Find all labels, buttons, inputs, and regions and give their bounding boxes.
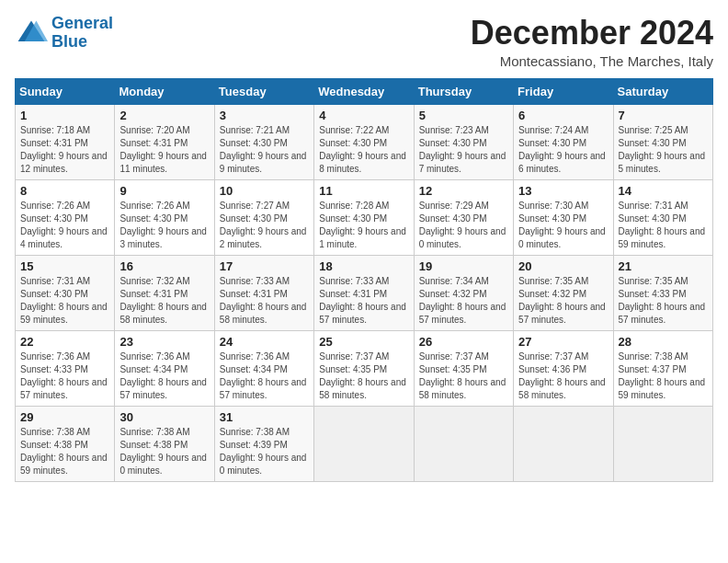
calendar-cell <box>613 406 712 481</box>
day-info: Sunrise: 7:18 AM Sunset: 4:31 PM Dayligh… <box>20 124 109 176</box>
calendar-cell: 11 Sunrise: 7:28 AM Sunset: 4:30 PM Dayl… <box>314 179 414 255</box>
calendar-week-row: 8 Sunrise: 7:26 AM Sunset: 4:30 PM Dayli… <box>16 179 713 255</box>
logo-text: General Blue <box>51 15 113 52</box>
day-info: Sunrise: 7:38 AM Sunset: 4:38 PM Dayligh… <box>119 426 209 477</box>
day-info: Sunrise: 7:27 AM Sunset: 4:30 PM Dayligh… <box>220 200 309 251</box>
calendar-header-row: SundayMondayTuesdayWednesdayThursdayFrid… <box>16 78 713 104</box>
calendar-cell: 27 Sunrise: 7:37 AM Sunset: 4:36 PM Dayl… <box>514 330 613 406</box>
day-number: 26 <box>419 335 508 349</box>
day-info: Sunrise: 7:38 AM Sunset: 4:37 PM Dayligh… <box>619 350 708 402</box>
day-info: Sunrise: 7:24 AM Sunset: 4:30 PM Dayligh… <box>518 124 608 176</box>
day-number: 30 <box>119 410 209 424</box>
header-sunday: Sunday <box>16 78 115 104</box>
day-number: 7 <box>619 109 708 122</box>
calendar-cell: 5 Sunrise: 7:23 AM Sunset: 4:30 PM Dayli… <box>414 104 513 179</box>
day-info: Sunrise: 7:33 AM Sunset: 4:31 PM Dayligh… <box>220 275 309 327</box>
day-number: 15 <box>20 259 109 273</box>
day-number: 16 <box>119 259 209 273</box>
day-info: Sunrise: 7:38 AM Sunset: 4:38 PM Dayligh… <box>20 426 109 477</box>
calendar-cell: 19 Sunrise: 7:34 AM Sunset: 4:32 PM Dayl… <box>414 255 513 330</box>
logo-line1: General <box>51 14 113 32</box>
title-block: December 2024 Montecassiano, The Marches… <box>471 15 713 69</box>
day-info: Sunrise: 7:20 AM Sunset: 4:31 PM Dayligh… <box>119 124 209 176</box>
calendar-cell: 20 Sunrise: 7:35 AM Sunset: 4:32 PM Dayl… <box>514 255 613 330</box>
day-number: 4 <box>319 109 408 122</box>
day-info: Sunrise: 7:36 AM Sunset: 4:34 PM Dayligh… <box>119 350 209 402</box>
day-info: Sunrise: 7:37 AM Sunset: 4:36 PM Dayligh… <box>518 350 608 402</box>
header-saturday: Saturday <box>613 78 712 104</box>
day-number: 25 <box>319 335 408 349</box>
calendar-cell: 16 Sunrise: 7:32 AM Sunset: 4:31 PM Dayl… <box>115 255 214 330</box>
calendar-week-row: 1 Sunrise: 7:18 AM Sunset: 4:31 PM Dayli… <box>16 104 713 179</box>
header-thursday: Thursday <box>414 78 513 104</box>
calendar-cell: 13 Sunrise: 7:30 AM Sunset: 4:30 PM Dayl… <box>514 179 613 255</box>
day-number: 18 <box>319 259 408 273</box>
day-info: Sunrise: 7:34 AM Sunset: 4:32 PM Dayligh… <box>419 275 508 327</box>
day-number: 31 <box>220 410 309 424</box>
day-info: Sunrise: 7:26 AM Sunset: 4:30 PM Dayligh… <box>119 200 209 251</box>
day-number: 23 <box>119 335 209 349</box>
day-number: 14 <box>619 184 708 198</box>
day-info: Sunrise: 7:28 AM Sunset: 4:30 PM Dayligh… <box>319 200 408 251</box>
day-info: Sunrise: 7:31 AM Sunset: 4:30 PM Dayligh… <box>20 275 109 327</box>
day-info: Sunrise: 7:36 AM Sunset: 4:33 PM Dayligh… <box>20 350 109 402</box>
day-number: 10 <box>220 184 309 198</box>
calendar-cell <box>314 406 414 481</box>
calendar-cell: 26 Sunrise: 7:37 AM Sunset: 4:35 PM Dayl… <box>414 330 513 406</box>
calendar-cell: 30 Sunrise: 7:38 AM Sunset: 4:38 PM Dayl… <box>115 406 214 481</box>
calendar-cell: 2 Sunrise: 7:20 AM Sunset: 4:31 PM Dayli… <box>115 104 214 179</box>
day-number: 11 <box>319 184 408 198</box>
calendar-cell: 9 Sunrise: 7:26 AM Sunset: 4:30 PM Dayli… <box>115 179 214 255</box>
day-number: 8 <box>20 184 109 198</box>
calendar-cell: 28 Sunrise: 7:38 AM Sunset: 4:37 PM Dayl… <box>613 330 712 406</box>
calendar-cell: 17 Sunrise: 7:33 AM Sunset: 4:31 PM Dayl… <box>214 255 313 330</box>
calendar-table: SundayMondayTuesdayWednesdayThursdayFrid… <box>15 78 713 482</box>
day-number: 19 <box>419 259 508 273</box>
day-info: Sunrise: 7:32 AM Sunset: 4:31 PM Dayligh… <box>119 275 209 327</box>
day-info: Sunrise: 7:26 AM Sunset: 4:30 PM Dayligh… <box>20 200 109 251</box>
header-monday: Monday <box>115 78 214 104</box>
day-number: 12 <box>419 184 508 198</box>
calendar-cell: 3 Sunrise: 7:21 AM Sunset: 4:30 PM Dayli… <box>214 104 313 179</box>
day-info: Sunrise: 7:33 AM Sunset: 4:31 PM Dayligh… <box>319 275 408 327</box>
day-info: Sunrise: 7:22 AM Sunset: 4:30 PM Dayligh… <box>319 124 408 176</box>
calendar-cell: 21 Sunrise: 7:35 AM Sunset: 4:33 PM Dayl… <box>613 255 712 330</box>
day-info: Sunrise: 7:21 AM Sunset: 4:30 PM Dayligh… <box>220 124 309 176</box>
calendar-cell: 18 Sunrise: 7:33 AM Sunset: 4:31 PM Dayl… <box>314 255 414 330</box>
day-info: Sunrise: 7:36 AM Sunset: 4:34 PM Dayligh… <box>220 350 309 402</box>
location-subtitle: Montecassiano, The Marches, Italy <box>471 53 713 69</box>
logo-icon <box>15 17 48 50</box>
day-number: 3 <box>220 109 309 122</box>
day-number: 20 <box>518 259 608 273</box>
day-number: 13 <box>518 184 608 198</box>
day-number: 21 <box>619 259 708 273</box>
day-info: Sunrise: 7:29 AM Sunset: 4:30 PM Dayligh… <box>419 200 508 251</box>
day-number: 29 <box>20 410 109 424</box>
day-number: 17 <box>220 259 309 273</box>
calendar-cell <box>414 406 513 481</box>
calendar-cell <box>514 406 613 481</box>
logo-line2: Blue <box>51 32 87 51</box>
calendar-cell: 25 Sunrise: 7:37 AM Sunset: 4:35 PM Dayl… <box>314 330 414 406</box>
day-number: 2 <box>119 109 209 122</box>
calendar-cell: 22 Sunrise: 7:36 AM Sunset: 4:33 PM Dayl… <box>16 330 115 406</box>
header-friday: Friday <box>514 78 613 104</box>
logo: General Blue <box>15 15 113 52</box>
calendar-cell: 31 Sunrise: 7:38 AM Sunset: 4:39 PM Dayl… <box>214 406 313 481</box>
calendar-cell: 4 Sunrise: 7:22 AM Sunset: 4:30 PM Dayli… <box>314 104 414 179</box>
calendar-cell: 23 Sunrise: 7:36 AM Sunset: 4:34 PM Dayl… <box>115 330 214 406</box>
day-info: Sunrise: 7:23 AM Sunset: 4:30 PM Dayligh… <box>419 124 508 176</box>
day-number: 22 <box>20 335 109 349</box>
day-info: Sunrise: 7:37 AM Sunset: 4:35 PM Dayligh… <box>319 350 408 402</box>
day-number: 1 <box>20 109 109 122</box>
day-info: Sunrise: 7:35 AM Sunset: 4:33 PM Dayligh… <box>619 275 708 327</box>
calendar-cell: 8 Sunrise: 7:26 AM Sunset: 4:30 PM Dayli… <box>16 179 115 255</box>
calendar-cell: 7 Sunrise: 7:25 AM Sunset: 4:30 PM Dayli… <box>613 104 712 179</box>
day-info: Sunrise: 7:31 AM Sunset: 4:30 PM Dayligh… <box>619 200 708 251</box>
calendar-week-row: 29 Sunrise: 7:38 AM Sunset: 4:38 PM Dayl… <box>16 406 713 481</box>
calendar-cell: 14 Sunrise: 7:31 AM Sunset: 4:30 PM Dayl… <box>613 179 712 255</box>
day-info: Sunrise: 7:30 AM Sunset: 4:30 PM Dayligh… <box>518 200 608 251</box>
calendar-cell: 6 Sunrise: 7:24 AM Sunset: 4:30 PM Dayli… <box>514 104 613 179</box>
calendar-week-row: 15 Sunrise: 7:31 AM Sunset: 4:30 PM Dayl… <box>16 255 713 330</box>
calendar-cell: 1 Sunrise: 7:18 AM Sunset: 4:31 PM Dayli… <box>16 104 115 179</box>
